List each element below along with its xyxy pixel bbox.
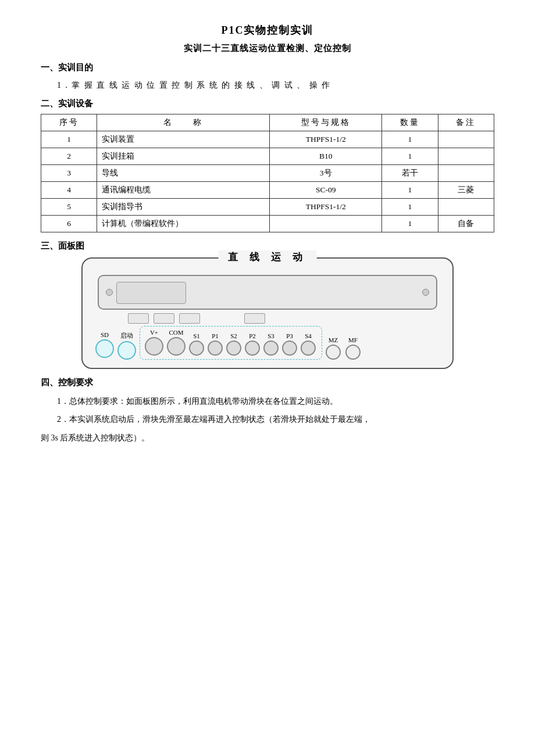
page-main-title: P1C实物控制实训	[41, 23, 494, 37]
table-cell-1-1: 实训挂箱	[97, 148, 270, 165]
section2-heading: 二、实训设备	[41, 98, 494, 109]
table-cell-0-1: 实训装置	[97, 131, 270, 148]
table-cell-0-3: 1	[382, 131, 438, 148]
btn-p1[interactable]	[208, 341, 223, 356]
table-cell-5-2	[270, 216, 382, 232]
table-cell-0-2: THPFS1-1/2	[270, 131, 382, 148]
btn-p2[interactable]	[245, 341, 260, 356]
label-com: COM	[169, 329, 183, 336]
track-slider	[116, 282, 186, 304]
label-s1: S1	[193, 332, 200, 339]
table-cell-4-3: 1	[382, 199, 438, 216]
btn-s4[interactable]	[301, 341, 316, 356]
label-start: 启动	[120, 331, 133, 340]
btn-vplus[interactable]	[145, 337, 163, 356]
btn-group-sd: SD	[95, 331, 114, 360]
indicator-box-2	[154, 313, 174, 324]
btn-s2[interactable]	[226, 341, 241, 356]
btn-s3[interactable]	[263, 341, 279, 356]
btn-group-mz: MZ	[326, 336, 341, 360]
track-bolt-left	[106, 289, 113, 296]
table-row: 2实训挂箱B101	[41, 148, 494, 165]
track-area	[98, 275, 437, 310]
table-row: 3导线3号若干	[41, 165, 494, 182]
table-cell-1-0: 2	[41, 148, 97, 165]
page-sub-title: 实训二十三直线运动位置检测、定位控制	[41, 43, 494, 54]
table-cell-5-3: 1	[382, 216, 438, 232]
table-cell-2-2: 3号	[270, 165, 382, 182]
indicator-box-1	[128, 313, 149, 324]
track-bolt-right	[422, 289, 429, 296]
label-mf: MF	[348, 336, 358, 343]
label-vplus: V+	[150, 329, 158, 336]
btn-group-s3: S3	[263, 332, 279, 356]
btn-group-s1: S1	[189, 332, 204, 356]
btn-sd[interactable]	[95, 339, 114, 358]
table-cell-3-3: 1	[382, 182, 438, 199]
col-header-note: 备注	[438, 114, 494, 131]
btn-group-start: 启动	[117, 331, 136, 360]
btn-group-p1: P1	[208, 332, 223, 356]
indicator-row	[128, 313, 442, 324]
equipment-table: 序号 名 称 型号与规格 数量 备注 1实训装置THPFS1-1/212实训挂箱…	[41, 114, 494, 232]
panel-title: 直 线 运 动	[219, 250, 317, 264]
btn-group-p2: P2	[245, 332, 260, 356]
dashed-box-main: V+ COM S1 P1	[140, 326, 322, 360]
control-line2: 2．本实训系统启动后，滑块先滑至最左端再进入控制状态（若滑块开始就处于最左端，	[57, 412, 494, 427]
table-cell-5-1: 计算机（带编程软件）	[97, 216, 270, 232]
col-header-no: 序号	[41, 114, 97, 131]
col-header-qty: 数量	[382, 114, 438, 131]
btn-group-s4: S4	[301, 332, 316, 356]
table-cell-3-2: SC-09	[270, 182, 382, 199]
table-cell-3-0: 4	[41, 182, 97, 199]
btn-p3[interactable]	[282, 341, 297, 356]
indicator-box-4	[244, 313, 265, 324]
table-cell-5-4: 自备	[438, 216, 494, 232]
label-s3: S3	[268, 332, 274, 339]
table-cell-2-1: 导线	[97, 165, 270, 182]
table-cell-3-4: 三菱	[438, 182, 494, 199]
btn-com[interactable]	[167, 337, 186, 356]
table-cell-4-2: THPFS1-1/2	[270, 199, 382, 216]
panel-container: 直 线 运 动 SD 启动	[41, 257, 494, 369]
table-row: 6计算机（带编程软件）1自备	[41, 216, 494, 232]
btn-group-s2: S2	[226, 332, 241, 356]
table-cell-5-0: 6	[41, 216, 97, 232]
table-cell-4-4	[438, 199, 494, 216]
table-cell-1-2: B10	[270, 148, 382, 165]
label-s2: S2	[230, 332, 237, 339]
control-section: 1．总体控制要求：如面板图所示，利用直流电机带动滑块在各位置之间运动。 2．本实…	[41, 394, 494, 445]
table-cell-3-1: 通讯编程电缆	[97, 182, 270, 199]
table-cell-4-1: 实训指导书	[97, 199, 270, 216]
table-cell-1-3: 1	[382, 148, 438, 165]
panel-outer: 直 线 运 动 SD 启动	[81, 257, 454, 369]
col-header-name: 名 称	[97, 114, 270, 131]
table-cell-0-4	[438, 131, 494, 148]
section1-content: 1．掌 握 直 线 运 动 位 置 控 制 系 统 的 接 线 、 调 试 、 …	[41, 78, 494, 92]
table-row: 1实训装置THPFS1-1/21	[41, 131, 494, 148]
table-cell-2-3: 若干	[382, 165, 438, 182]
section4-heading: 四、控制要求	[41, 377, 494, 388]
table-cell-2-4	[438, 165, 494, 182]
label-p1: P1	[212, 332, 219, 339]
btn-group-mf: MF	[345, 336, 361, 360]
btn-mf[interactable]	[345, 345, 361, 360]
table-row: 5实训指导书THPFS1-1/21	[41, 199, 494, 216]
btn-group-com: COM	[167, 329, 186, 356]
table-row: 4通讯编程电缆SC-091三菱	[41, 182, 494, 199]
table-cell-1-4	[438, 148, 494, 165]
label-mz: MZ	[329, 336, 338, 343]
control-line3: 则 3s 后系统进入控制状态）。	[41, 431, 494, 445]
table-cell-0-0: 1	[41, 131, 97, 148]
btn-start[interactable]	[117, 341, 136, 360]
label-p2: P2	[249, 332, 256, 339]
control-line1: 1．总体控制要求：如面板图所示，利用直流电机带动滑块在各位置之间运动。	[57, 394, 494, 409]
btn-s1[interactable]	[189, 341, 204, 356]
btn-group-vplus: V+	[145, 329, 163, 356]
section1-heading: 一、实训目的	[41, 62, 494, 73]
btn-mz[interactable]	[326, 345, 341, 360]
indicator-box-3	[179, 313, 200, 324]
label-s4: S4	[305, 332, 312, 339]
col-header-model: 型号与规格	[270, 114, 382, 131]
btn-group-p3: P3	[282, 332, 297, 356]
